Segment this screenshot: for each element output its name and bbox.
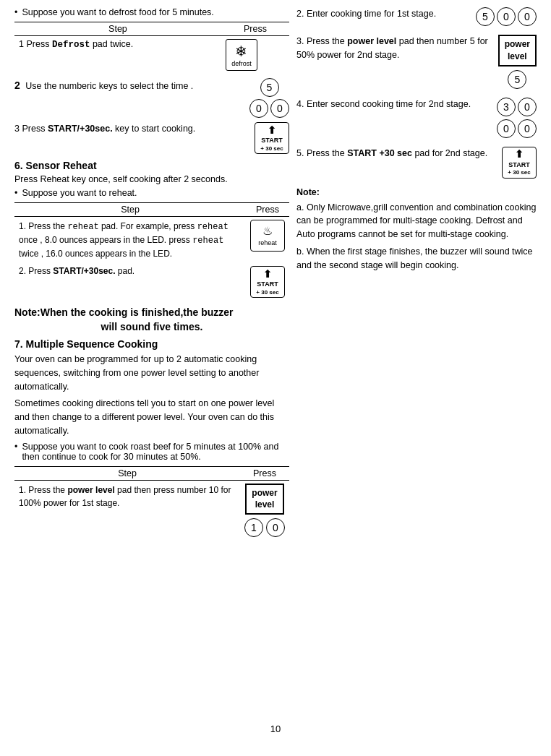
step7-1-text: 1. Press the power level pad then press … [14,480,240,540]
section7-body1: Your oven can be programmed for up to 2 … [14,353,289,393]
right-column: 2. Enter cooking time for 1st stage. 5 0… [296,7,537,713]
num-5: 5 [260,78,279,97]
num-0b: 0 [270,99,289,118]
bullet-multistage: Suppose you want to cook roast beef for … [14,442,289,462]
num-0d: 0 [518,98,537,116]
right-step4-text: 4. Enter second cooking time for 2nd sta… [296,98,491,111]
start-key-1: ⬆ START + 30 sec [255,122,289,154]
step6-1-press: ♨ reheat [246,217,289,264]
step2-row: 2 Use the numberic keys to select the ti… [14,78,289,118]
start-arrow-right: ⬆ [515,147,524,160]
step1-press: ❄ defrost [221,36,289,74]
right-step3-press: power level 5 [498,35,537,89]
right-step2-nums: 5 0 0 [476,7,537,26]
col-press-2: Press [246,203,289,217]
right-step4-nums: 3 0 0 0 [497,98,537,138]
section6-body: Press Reheat key once, self cooking afte… [14,174,289,184]
num-0e: 0 [497,119,516,138]
num-0r1: 0 [497,7,516,26]
col-step-1: Step [14,22,221,36]
right-step2-text: 2. Enter cooking time for 1st stage. [296,7,470,21]
right-step4: 4. Enter second cooking time for 2nd sta… [296,98,537,138]
num-3: 3 [497,98,516,116]
col-press-1: Press [221,22,289,36]
step3-text: 3 Press START/+30sec. key to start cooki… [14,122,250,136]
left-column: Suppose you want to defrost food for 5 m… [14,7,289,713]
col-press-3: Press [240,466,289,480]
section6-heading: 6. Sensor Reheat [14,160,289,171]
table-row: 1. Press the reheat pad. For example, pr… [14,217,289,264]
start-key-right: ⬆ START + 30 sec [502,147,537,179]
step-table-1: Step Press 1 Press Defrost pad twice. [14,22,289,74]
start-key-2: ⬆ START + 30 sec [250,266,285,298]
right-step2: 2. Enter cooking time for 1st stage. 5 0… [296,7,537,26]
bullet-reheat: Suppose you want to reheat. [14,188,289,198]
step-table-2: Step Press 1. Press the reheat pad. For … [14,202,289,301]
right-step5: 5. Press the START +30 sec pad for 2nd s… [296,147,537,179]
col-step-3: Step [14,466,240,480]
step2-text: 2 Use the numberic keys to select the ti… [14,78,245,93]
step1-text: 1 Press Defrost pad twice. [14,36,221,74]
section7-heading: 7. Multiple Sequence Cooking [14,338,289,350]
buzzer-note: Note:When the cooking is finished,the bu… [14,306,289,318]
step6-2-press: ⬆ START + 30 sec [246,263,289,301]
snowflake-icon: ❄ [235,43,247,60]
num-0c: 0 [266,518,285,537]
right-step3-text: 3. Press the power level pad then number… [296,35,492,62]
num-0f: 0 [518,119,537,138]
note-b: b. When the first stage finishes, the bu… [296,245,537,272]
step6-2-text: 2. Press START/+30sec. pad. [14,263,246,301]
steam-icon: ♨ [262,224,273,239]
start-arrow-2: ⬆ [263,267,272,280]
col-step-2: Step [14,203,246,217]
defrost-key: ❄ defrost [226,39,257,71]
step3-press: ⬆ START + 30 sec [255,122,289,154]
right-step5-press: ⬆ START + 30 sec [502,147,537,179]
step6-1-text: 1. Press the reheat pad. For example, pr… [14,217,246,264]
section7-body2: Sometimes cooking directions tell you to… [14,397,289,437]
step2-press: 5 0 0 [249,78,289,118]
num-1: 1 [244,518,263,537]
right-step5-text: 5. Press the START +30 sec pad for 2nd s… [296,147,496,160]
page-number: 10 [14,723,537,734]
table-row: 1. Press the power level pad then press … [14,480,289,540]
start-arrow: ⬆ [268,124,276,137]
step3-row: 3 Press START/+30sec. key to start cooki… [14,122,289,154]
num-0r2: 0 [518,7,537,26]
right-step3: 3. Press the power level pad then number… [296,35,537,89]
table-row: 1 Press Defrost pad twice. ❄ defrost [14,36,289,74]
table-row: 2. Press START/+30sec. pad. ⬆ START + 30… [14,263,289,301]
power-level-box-left: power level [245,484,283,515]
note-label: Note: [296,187,537,197]
step-table-3: Step Press 1. Press the power level pad … [14,466,289,541]
step7-1-press: power level 1 0 [240,480,289,540]
power-level-box-right: power level [498,35,537,66]
num-5pl: 5 [508,70,526,89]
num-5r: 5 [476,7,495,26]
num-0a: 0 [249,99,268,118]
notes-section: Note: a. Only Microwave,grill convention… [296,187,537,272]
note-a: a. Only Microwave,grill convention and c… [296,201,537,241]
bullet-defrost: Suppose you want to defrost food for 5 m… [14,7,289,17]
buzzer-note2: will sound five times. [14,321,289,332]
reheat-key: ♨ reheat [250,220,285,252]
